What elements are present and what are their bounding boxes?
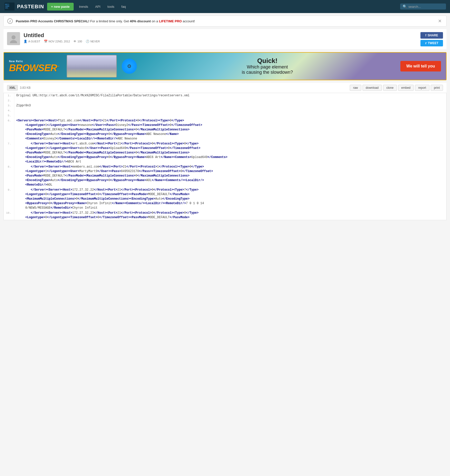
raw-button[interactable]: raw bbox=[350, 85, 361, 91]
language-badge: XML bbox=[7, 85, 18, 91]
toolbar-actions: raw download clone embed report print bbox=[350, 85, 443, 91]
nav-api[interactable]: API bbox=[92, 1, 104, 13]
line-number: 6. bbox=[4, 118, 14, 141]
clone-button[interactable]: clone bbox=[383, 85, 397, 91]
search-box: 🔍 bbox=[400, 4, 446, 10]
promo-banner: i Pastebin PRO Accounts CHRISTMAS SPECIA… bbox=[4, 16, 446, 27]
banner-normal2: on a bbox=[151, 19, 159, 23]
ad-screen-graphic bbox=[67, 55, 116, 77]
ad-right: We will tell you bbox=[395, 58, 446, 74]
line-content: Original URL:http://art.abc6.com/it/Mck%… bbox=[14, 93, 191, 98]
ad-banner: New Relic BROWSER™ ⚙ Quick! Which page e… bbox=[4, 52, 446, 80]
line-content: </Server><Server><Host>172.27.32.23</Hos… bbox=[14, 210, 200, 220]
clock-icon: 🕐 bbox=[86, 40, 89, 43]
ad-quick-text: Quick! bbox=[257, 57, 278, 64]
avatar bbox=[7, 32, 20, 45]
calendar-icon: 📅 bbox=[44, 40, 48, 43]
paste-social: f SHARE 𝕣 TWEET bbox=[420, 32, 443, 46]
svg-point-4 bbox=[12, 35, 16, 39]
report-button[interactable]: report bbox=[415, 85, 429, 91]
date-label: NOV 22ND, 2012 bbox=[49, 40, 70, 43]
user-icon: 👤 bbox=[24, 40, 27, 43]
info-icon: i bbox=[7, 18, 13, 24]
nav-faq[interactable]: faq bbox=[118, 1, 129, 13]
line-number: 7. bbox=[4, 141, 14, 164]
line-content: <Servers><Server><Host>ftp1.abc.com</Hos… bbox=[14, 118, 204, 141]
banner-red: LIFETIME PRO bbox=[159, 19, 182, 23]
ad-cta-button[interactable]: We will tell you bbox=[400, 61, 441, 71]
brand-name: PASTEBIN bbox=[17, 4, 44, 10]
svg-point-5 bbox=[10, 40, 17, 43]
code-line: 3.Z1ppr0n3 bbox=[4, 103, 446, 108]
twitter-icon: 𝕣 bbox=[425, 41, 427, 45]
meta-expiry: 🕐 NEVER bbox=[86, 40, 100, 43]
new-paste-button[interactable]: + new paste bbox=[47, 3, 74, 11]
brand: 0011 1000 101 PASTEBIN bbox=[4, 2, 44, 11]
line-number: 1. bbox=[4, 93, 14, 98]
line-number: 9. bbox=[4, 187, 14, 210]
paste-info: Untitled 👤 A GUEST 📅 NOV 22ND, 2012 👁 10… bbox=[24, 32, 417, 43]
code-lines: 1.Original URL:http://art.abc6.com/it/Mc… bbox=[4, 93, 446, 220]
code-scroll[interactable]: 1.Original URL:http://art.abc6.com/it/Mc… bbox=[4, 93, 446, 220]
line-number: 8. bbox=[4, 164, 14, 187]
ad-product: BROWSER™ bbox=[9, 63, 59, 73]
facebook-icon: f bbox=[425, 34, 426, 37]
line-number: 5. bbox=[4, 113, 14, 118]
code-line: 2. bbox=[4, 98, 446, 103]
navbar: 0011 1000 101 PASTEBIN + new paste trend… bbox=[0, 0, 450, 13]
code-line: 9. </Server><Server><Host>172.27.32.22</… bbox=[4, 187, 446, 210]
print-button[interactable]: print bbox=[431, 85, 443, 91]
line-content bbox=[14, 98, 18, 103]
banner-normal1: For a limited time only. Get bbox=[89, 19, 130, 23]
line-number: 4. bbox=[4, 108, 14, 113]
paste-header: Untitled 👤 A GUEST 📅 NOV 22ND, 2012 👁 10… bbox=[4, 29, 446, 50]
nav-trends[interactable]: trends bbox=[76, 1, 92, 13]
code-line: 5. bbox=[4, 113, 446, 118]
nav-links: trends API tools faq bbox=[76, 1, 130, 13]
author-label: A GUEST bbox=[28, 40, 40, 43]
banner-text: Pastebin PRO Accounts CHRISTMAS SPECIAL!… bbox=[16, 19, 434, 23]
views-label: 100 bbox=[77, 40, 82, 43]
logo-icon: 0011 1000 101 bbox=[4, 2, 15, 11]
share-button[interactable]: f SHARE bbox=[420, 32, 443, 39]
code-line: 10. </Server><Server><Host>172.27.32.23<… bbox=[4, 210, 446, 220]
ad-circle-icon: ⚙ bbox=[122, 59, 137, 74]
line-content bbox=[14, 108, 18, 113]
toolbar: XML 3.83 KB raw download clone embed rep… bbox=[4, 83, 446, 93]
code-line: 7. </Server><Server><Host>art.abc6.com</… bbox=[4, 141, 446, 164]
paste-title: Untitled bbox=[24, 32, 417, 39]
file-size: 3.83 KB bbox=[20, 86, 31, 90]
code-container: 1.Original URL:http://art.abc6.com/it/Mc… bbox=[4, 93, 446, 220]
line-number: 2. bbox=[4, 98, 14, 103]
ad-screenshot bbox=[67, 55, 117, 77]
line-content: </Server><Server><Host>art.abc6.com</Hos… bbox=[14, 141, 230, 164]
line-number: 3. bbox=[4, 103, 14, 108]
ad-left: New Relic BROWSER™ bbox=[4, 57, 64, 75]
line-content: </Server><Server><Host>members.aol.com</… bbox=[14, 164, 215, 187]
search-icon: 🔍 bbox=[403, 5, 407, 9]
meta-author: 👤 A GUEST bbox=[24, 40, 40, 43]
meta-date: 📅 NOV 22ND, 2012 bbox=[44, 40, 70, 43]
code-line: 1.Original URL:http://art.abc6.com/it/Mc… bbox=[4, 93, 446, 98]
nav-tools[interactable]: tools bbox=[104, 1, 118, 13]
embed-button[interactable]: embed bbox=[398, 85, 414, 91]
close-icon[interactable]: ✕ bbox=[437, 18, 443, 24]
tweet-button[interactable]: 𝕣 TWEET bbox=[420, 40, 443, 46]
code-line: 4. bbox=[4, 108, 446, 113]
line-number: 10. bbox=[4, 210, 14, 220]
line-content bbox=[14, 113, 18, 118]
banner-normal3: account! bbox=[182, 19, 195, 23]
download-button[interactable]: download bbox=[363, 85, 382, 91]
ad-question-text: Which page elementis causing the slowdow… bbox=[242, 64, 293, 75]
code-line: 6.<Servers><Server><Host>ftp1.abc.com</H… bbox=[4, 118, 446, 141]
ad-middle: Quick! Which page elementis causing the … bbox=[139, 55, 395, 78]
search-input[interactable] bbox=[408, 5, 443, 9]
banner-bold: Pastebin PRO Accounts CHRISTMAS SPECIAL! bbox=[16, 19, 89, 23]
line-content: Z1ppr0n3 bbox=[14, 103, 33, 108]
line-content: </Server><Server><Host>172.27.32.22</Hos… bbox=[14, 187, 206, 210]
banner-bold2: 40% discount bbox=[130, 19, 151, 23]
meta-views: 👁 100 bbox=[73, 40, 82, 43]
code-line: 8. </Server><Server><Host>members.aol.co… bbox=[4, 164, 446, 187]
expiry-label: NEVER bbox=[90, 40, 100, 43]
ad-brand: New Relic bbox=[9, 60, 59, 63]
